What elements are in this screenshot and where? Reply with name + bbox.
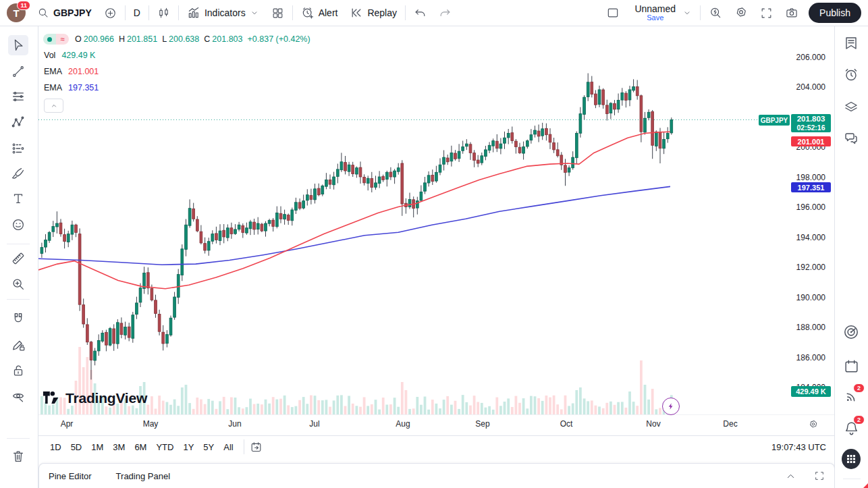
ema_slow-line[interactable] <box>38 186 670 265</box>
candle <box>477 160 479 163</box>
volume-bar <box>268 404 271 414</box>
brush-tool-button[interactable] <box>8 163 28 184</box>
watchlist-button[interactable] <box>842 34 861 53</box>
forecast-tool-button[interactable] <box>8 138 28 159</box>
range-button-3m[interactable]: 3M <box>108 440 130 454</box>
publish-button[interactable]: Publish <box>809 3 861 23</box>
range-button-ytd[interactable]: YTD <box>151 440 178 454</box>
cursor-tool-button[interactable] <box>8 35 28 55</box>
candle <box>310 196 313 200</box>
layout-select-button[interactable] <box>600 3 626 23</box>
candle <box>86 325 88 342</box>
open-value: 200.966 <box>84 34 114 44</box>
legend-ema-fast-row[interactable]: EMA 201.001 <box>44 67 99 76</box>
emoji-tool-button[interactable] <box>8 215 28 235</box>
range-button-6m[interactable]: 6M <box>130 440 151 454</box>
chart-settings-button[interactable] <box>728 3 754 23</box>
undo-button[interactable] <box>408 3 433 23</box>
axis-settings-button[interactable] <box>808 419 819 430</box>
lock-drawings-button[interactable] <box>8 360 28 381</box>
quick-trade-button[interactable] <box>662 398 680 415</box>
layout-templates-button[interactable] <box>265 3 290 23</box>
range-button-5d[interactable]: 5D <box>66 440 87 454</box>
clock-timezone-button[interactable]: 19:07:43 UTC <box>771 442 826 452</box>
toolbar-divider <box>7 299 30 300</box>
volume-bar <box>636 406 639 414</box>
candle <box>488 145 491 150</box>
range-button-5y[interactable]: 5Y <box>198 440 219 454</box>
redo-button[interactable] <box>433 3 458 23</box>
text-tool-button[interactable] <box>8 188 28 209</box>
ema-fast-price-badge: 201.001 <box>791 136 831 146</box>
volume-bar <box>204 404 207 414</box>
interval-button[interactable]: D <box>128 3 146 23</box>
apps-menu-button[interactable] <box>842 450 861 468</box>
fib-tool-button[interactable] <box>8 86 28 107</box>
hide-drawings-button[interactable] <box>8 386 28 406</box>
indicators-button[interactable]: Indicators <box>181 3 265 23</box>
range-button-1d[interactable]: 1D <box>45 440 66 454</box>
remove-drawings-button[interactable] <box>8 446 28 466</box>
candle <box>230 228 233 234</box>
range-button-1y[interactable]: 1Y <box>178 440 198 454</box>
candle <box>602 90 605 105</box>
candle <box>443 157 445 164</box>
volume-bar <box>356 406 358 414</box>
volume-bar <box>196 398 198 414</box>
candle <box>169 318 172 335</box>
tab-trading-panel[interactable]: Trading Panel <box>116 471 170 481</box>
legend-ema-slow-row[interactable]: EMA 197.351 <box>44 83 99 92</box>
compare-add-button[interactable] <box>98 3 123 23</box>
legend-main-row[interactable]: ≈ O200.966 H201.851 L200.638 C201.803 +0… <box>43 34 310 45</box>
candle <box>359 167 362 177</box>
time-axis[interactable]: AprMayJunJulAugSepOctNovDec <box>38 414 834 436</box>
replay-button[interactable]: Replay <box>344 3 403 23</box>
layout-name-button[interactable]: Unnamed Save <box>626 3 698 23</box>
open-label: O <box>75 34 82 44</box>
panel-maximize-icon[interactable] <box>814 470 825 481</box>
save-layout-link[interactable]: Save <box>647 14 663 22</box>
price-chart[interactable]: 206.000204.000202.000200.000198.000196.0… <box>38 26 834 414</box>
trend-line-icon <box>11 64 26 79</box>
volume-bar <box>530 396 533 414</box>
brush-icon <box>11 166 26 181</box>
last-price-badge[interactable]: 201.803 02:52:16 <box>791 114 831 132</box>
range-buttons: 1D5D1M3M6MYTD1Y5YAll <box>45 440 238 454</box>
chat-button[interactable] <box>842 129 861 148</box>
measure-tool-button[interactable] <box>8 248 28 269</box>
trend-line-tool-button[interactable] <box>8 61 28 82</box>
toolbar-divider <box>7 438 30 439</box>
tab-pine-editor[interactable]: Pine Editor <box>49 471 92 481</box>
pattern-tool-button[interactable] <box>8 112 28 132</box>
drawing-mode-button[interactable] <box>8 335 28 355</box>
chart-style-button[interactable] <box>151 3 176 23</box>
candle <box>378 177 381 184</box>
time-axis-label-apr: Apr <box>61 419 74 429</box>
magnet-mode-button[interactable] <box>8 308 28 329</box>
toolbar-separator <box>244 439 244 454</box>
candle <box>659 132 661 148</box>
range-button-all[interactable]: All <box>219 440 238 454</box>
candle <box>116 323 119 344</box>
legend-collapse-button[interactable] <box>44 99 63 113</box>
legend-volume-row[interactable]: Vol 429.49 K <box>44 51 95 60</box>
quick-search-button[interactable] <box>703 3 728 23</box>
alerts-panel-button[interactable] <box>842 65 861 84</box>
calendar-button[interactable] <box>842 356 861 375</box>
range-button-1m[interactable]: 1M <box>86 440 108 454</box>
candle <box>325 180 328 186</box>
candle <box>71 225 74 234</box>
fullscreen-button[interactable] <box>754 3 779 23</box>
streams-button[interactable]: 2 <box>842 387 861 406</box>
candle <box>340 162 343 170</box>
notifications-button[interactable]: 2 <box>842 418 861 437</box>
alert-button[interactable]: Alert <box>295 3 344 23</box>
panel-expand-chevron-icon[interactable] <box>785 470 796 482</box>
market-scanner-button[interactable] <box>842 323 861 342</box>
snapshot-button[interactable] <box>779 3 805 23</box>
object-tree-button[interactable] <box>842 97 861 116</box>
go-to-date-button[interactable] <box>250 441 263 454</box>
zoom-in-tool-button[interactable] <box>8 274 28 294</box>
symbol-search-button[interactable]: GBPJPY <box>31 3 98 23</box>
user-avatar[interactable]: T 11 <box>7 3 26 22</box>
